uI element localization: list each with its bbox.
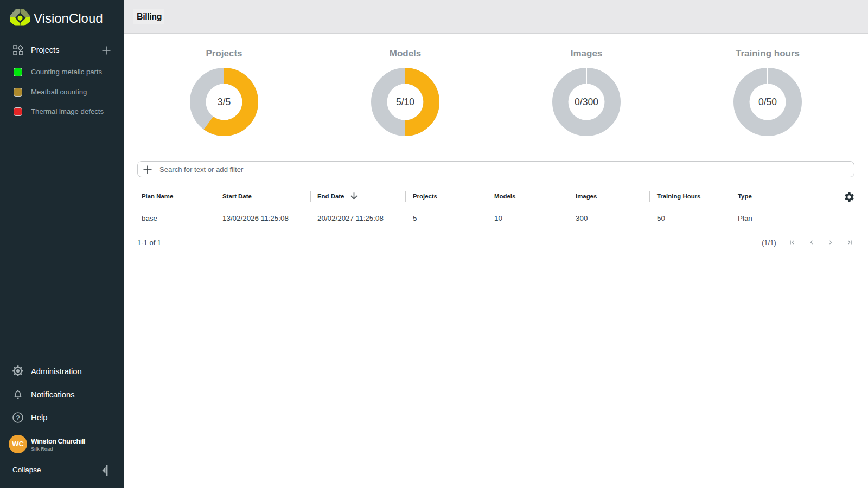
svg-text:?: ?	[16, 414, 20, 422]
